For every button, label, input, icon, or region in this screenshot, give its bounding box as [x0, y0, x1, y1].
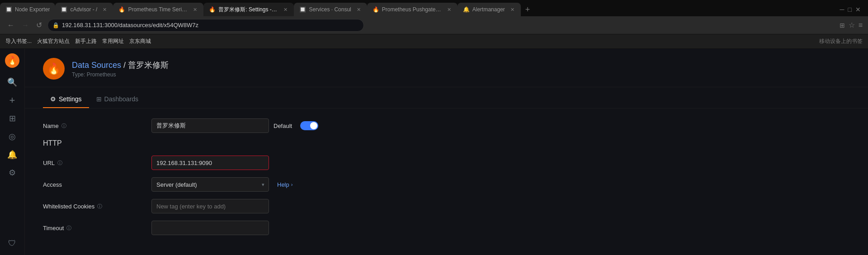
browser-tab-grafana-settings[interactable]: 🔥 普罗米修斯: Settings - Grafana ✕: [203, 3, 294, 16]
browser-tab-alertmanager[interactable]: 🔔 Alertmanager ✕: [458, 3, 521, 16]
http-section-title: HTTP: [43, 139, 414, 147]
name-input[interactable]: [151, 118, 269, 133]
tab-close-grafana-settings[interactable]: ✕: [283, 7, 288, 13]
sidebar-item-dashboards[interactable]: ⊞: [4, 110, 20, 127]
help-button[interactable]: Help ›: [274, 179, 296, 190]
extensions-button[interactable]: ⊞: [840, 22, 845, 29]
access-select-wrap: Server (default) Browser ▾: [151, 177, 269, 192]
tab-favicon-node-exporter: 🔲: [5, 6, 12, 13]
tab-close-consul[interactable]: ✕: [356, 7, 362, 13]
whitelisted-cookies-row: Whitelisted Cookies ⓘ: [43, 198, 414, 214]
maximize-button[interactable]: □: [848, 6, 852, 13]
name-control-area: Default: [151, 118, 414, 133]
breadcrumb-separator: /: [123, 61, 128, 70]
tab-close-prometheus-ts[interactable]: ✕: [192, 7, 198, 13]
browser-chrome: 🔲 Node Exporter 🔲 cAdvisor - / ✕ 🔥 Prome…: [0, 0, 868, 255]
default-label: Default: [274, 123, 292, 129]
name-label: Name ⓘ: [43, 123, 151, 129]
access-label-text: Access: [43, 181, 62, 188]
bookmark-jingdong[interactable]: 京东商城: [129, 38, 151, 45]
tab-favicon-grafana-settings: 🔥: [209, 6, 216, 13]
browser-tab-prometheus-ts[interactable]: 🔥 Prometheus Time Series Coll... ✕: [113, 3, 203, 16]
name-row: Name ⓘ Default: [43, 118, 414, 134]
datasource-name-title: 普罗米修斯: [128, 61, 169, 70]
bookmark-label-jingdong: 京东商城: [129, 38, 151, 45]
bookmarks-bar: 导入书签...火狐官方站点新手上路常用网址京东商城 移动设备上的书签: [0, 34, 868, 49]
whitelisted-cookies-label-text: Whitelisted Cookies: [43, 203, 94, 210]
tab-label-pushgateway: Prometheus Pushgateway: [382, 6, 442, 13]
access-select[interactable]: Server (default) Browser: [151, 177, 269, 192]
timeout-row: Timeout ⓘ: [43, 220, 414, 236]
sidebar-item-alerts[interactable]: 🔔: [4, 146, 20, 163]
settings-tab-label: Settings: [59, 95, 82, 103]
dashboards-tab-icon: ⊞: [96, 95, 102, 103]
app-layout: 🔥 🔍 + ⊞ ◎ 🔔 ⚙ 🛡 🔥 Data Sources /: [0, 49, 868, 255]
tab-bar: 🔲 Node Exporter 🔲 cAdvisor - / ✕ 🔥 Prome…: [0, 0, 868, 16]
settings-tab-icon: ⚙: [50, 95, 56, 103]
new-tab-button[interactable]: +: [521, 3, 535, 16]
browser-tab-cadvisor[interactable]: 🔲 cAdvisor - / ✕: [55, 3, 113, 16]
tab-favicon-prometheus-ts: 🔥: [118, 6, 125, 13]
datasource-type: Type: Prometheus: [72, 71, 169, 78]
url-label: URL ⓘ: [43, 160, 151, 166]
bookmark-label-huhu: 火狐官方站点: [37, 38, 70, 45]
url-control-area: [151, 156, 414, 170]
back-button[interactable]: ←: [5, 19, 16, 31]
refresh-button[interactable]: ↺: [34, 19, 44, 31]
tab-label-grafana-settings: 普罗米修斯: Settings - Grafana: [218, 6, 278, 14]
form-content: Name ⓘ Default HTTP URL ⓘ: [25, 109, 432, 250]
tab-favicon-consul: 🔲: [299, 6, 306, 13]
tab-settings[interactable]: ⚙ Settings: [43, 91, 89, 108]
tab-close-cadvisor[interactable]: ✕: [102, 7, 108, 13]
bookmark-xinshougshang[interactable]: 新手上路: [75, 38, 97, 45]
whitelisted-cookies-info-icon[interactable]: ⓘ: [97, 203, 102, 210]
url-input[interactable]: [151, 156, 269, 170]
browser-tab-consul[interactable]: 🔲 Services · Consul ✕: [294, 3, 367, 16]
close-window-button[interactable]: ✕: [855, 6, 861, 13]
bookmark-changyong[interactable]: 常用网址: [102, 38, 124, 45]
url-info-icon[interactable]: ⓘ: [57, 160, 62, 166]
timeout-control-area: [151, 221, 414, 235]
browser-tab-node-exporter[interactable]: 🔲 Node Exporter: [0, 3, 55, 16]
access-row: Access Server (default) Browser ▾ Help: [43, 176, 414, 193]
breadcrumb-link[interactable]: Data Sources: [72, 61, 121, 70]
bookmark-label-xinshougshang: 新手上路: [75, 38, 97, 45]
whitelisted-cookies-input[interactable]: [151, 199, 269, 213]
grafana-logo[interactable]: 🔥: [4, 52, 20, 69]
name-label-text: Name: [43, 123, 59, 129]
help-arrow-icon: ›: [291, 182, 293, 187]
sidebar-item-explore[interactable]: ◎: [4, 128, 20, 145]
bookmark-import[interactable]: 导入书签...: [5, 38, 32, 45]
url-bar[interactable]: 🔒 192.168.31.131:3000/datasources/edit/x…: [47, 19, 364, 32]
minimize-button[interactable]: ─: [840, 6, 844, 13]
tab-dashboards[interactable]: ⊞ Dashboards: [89, 91, 146, 108]
tab-favicon-pushgateway: 🔥: [373, 6, 379, 13]
help-label: Help: [277, 181, 289, 188]
tab-close-pushgateway[interactable]: ✕: [446, 7, 452, 13]
dashboards-tab-label: Dashboards: [104, 95, 139, 103]
timeout-input[interactable]: [151, 221, 269, 235]
url-display: 192.168.31.131:3000/datasources/edit/x54…: [62, 22, 359, 28]
breadcrumb: Data Sources / 普罗米修斯: [72, 60, 169, 71]
browser-menu-button[interactable]: ≡: [859, 21, 863, 29]
name-info-icon[interactable]: ⓘ: [61, 123, 66, 129]
default-toggle[interactable]: [300, 121, 318, 130]
forward-button[interactable]: →: [20, 19, 31, 31]
sidebar: 🔥 🔍 + ⊞ ◎ 🔔 ⚙ 🛡: [0, 49, 25, 255]
tab-close-alertmanager[interactable]: ✕: [509, 7, 515, 13]
tab-label-cadvisor: cAdvisor - /: [70, 6, 97, 13]
bookmarks-right: 移动设备上的书签: [819, 38, 863, 45]
browser-toolbar-right: ⊞ ☆ ≡: [840, 21, 863, 29]
bookmark-huhu[interactable]: 火狐官方站点: [37, 38, 70, 45]
timeout-label-text: Timeout: [43, 225, 64, 231]
sidebar-item-add[interactable]: +: [4, 92, 20, 109]
whitelisted-cookies-control-area: [151, 199, 414, 213]
browser-tab-pushgateway[interactable]: 🔥 Prometheus Pushgateway ✕: [367, 3, 458, 16]
whitelisted-cookies-label: Whitelisted Cookies ⓘ: [43, 203, 151, 210]
sidebar-item-shield[interactable]: 🛡: [4, 235, 20, 251]
sidebar-item-settings[interactable]: ⚙: [4, 165, 20, 181]
sidebar-item-search[interactable]: 🔍: [4, 74, 20, 90]
timeout-info-icon[interactable]: ⓘ: [66, 225, 71, 231]
tab-label-node-exporter: Node Exporter: [15, 6, 50, 13]
bookmark-button[interactable]: ☆: [849, 21, 855, 29]
